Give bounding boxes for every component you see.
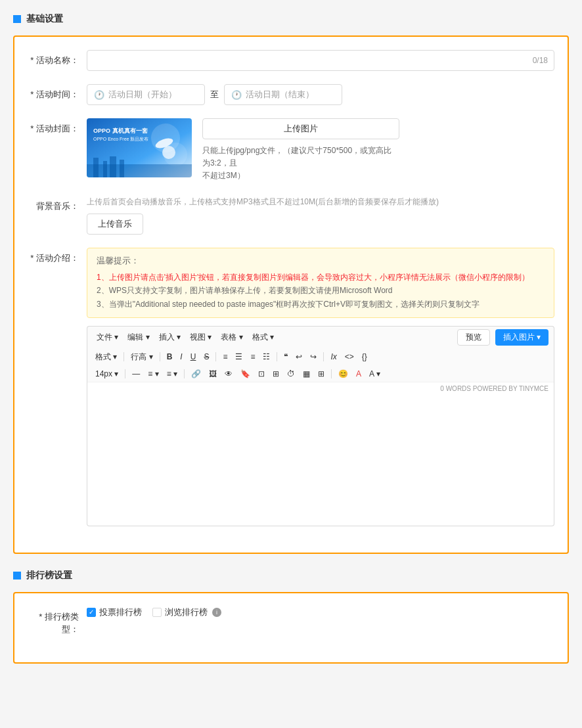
activity-intro-row: * 活动介绍： 温馨提示： 1、上传图片请点击'插入图片'按钮，若直接复制图片到… — [28, 248, 554, 526]
ranking-browse-info-icon: i — [212, 608, 221, 617]
tb-code-block[interactable]: {} — [359, 351, 370, 363]
activity-time-row: * 活动时间： 🕐 活动日期（开始） 至 🕐 活动日期（结束） — [28, 84, 554, 105]
tb-align-center[interactable]: ☰ — [233, 351, 245, 363]
activity-name-content: 0/18 — [87, 50, 554, 71]
tb-code[interactable]: <> — [342, 351, 357, 363]
editor-toolbar-2: 格式 ▾ 行高 ▾ B I U S ≡ ☰ ≡ ☷ ❝ ↩ ↪ — [87, 348, 554, 366]
activity-cover-label: * 活动封面： — [28, 118, 87, 135]
tb-ul[interactable]: ≡ ▾ — [145, 368, 161, 380]
activity-cover-row: * 活动封面： — [28, 118, 554, 183]
music-hint: 上传后首页会自动播放音乐，上传格式支持MP3格式且不超过10M(后台新增的音频要… — [87, 196, 554, 208]
ranking-vote-label: 投票排行榜 — [99, 606, 142, 618]
editor-toolbar-3: 14px ▾ — ≡ ▾ ≡ ▾ 🔗 🖼 👁 🔖 ⊡ ⊞ ⏱ ▦ ⊞ — [87, 366, 554, 382]
tb-align-justify[interactable]: ☷ — [260, 351, 273, 363]
date-row: 🕐 活动日期（开始） 至 🕐 活动日期（结束） — [87, 84, 554, 105]
basic-settings-header: 基础设置 — [13, 13, 569, 25]
activity-cover-content: OPPO 真机真有一套 OPPO Enco Free 新品发布 — [87, 118, 554, 183]
tb-sep-2 — [160, 352, 160, 361]
tb-sep-4 — [277, 352, 277, 361]
tb-sep-6 — [125, 369, 125, 378]
ranking-vote-checkbox[interactable]: ✓ — [87, 608, 96, 617]
svg-rect-6 — [93, 158, 99, 177]
activity-name-input-wrap: 0/18 — [87, 50, 554, 71]
tb-format[interactable]: 格式 ▾ — [93, 350, 120, 364]
tb-clock[interactable]: ⏱ — [284, 368, 298, 380]
tb-grid[interactable]: ⊞ — [315, 368, 327, 380]
date-start-input[interactable]: 🕐 活动日期（开始） — [87, 84, 205, 105]
tb-lineheight[interactable]: 行高 ▾ — [128, 350, 155, 364]
menu-view[interactable]: 视图 ▾ — [186, 330, 215, 345]
svg-rect-8 — [110, 156, 116, 177]
activity-name-row: * 活动名称： 0/18 — [28, 50, 554, 71]
tb-font-color[interactable]: A — [353, 368, 364, 380]
menu-insert[interactable]: 插入 ▾ — [155, 330, 185, 345]
tb-sep-8 — [331, 369, 332, 378]
warm-tip-1: 1、上传图片请点击'插入图片'按钮，若直接复制图片到编辑器，会导致内容过大，小程… — [97, 271, 545, 284]
tb-table-cell[interactable]: ⊡ — [256, 368, 267, 380]
editor-insert-image-button[interactable]: 插入图片 ▾ — [495, 329, 548, 346]
background-music-row: 背景音乐： 上传后首页会自动播放音乐，上传格式支持MP3格式且不超过10M(后台… — [28, 196, 554, 235]
tb-strikethrough[interactable]: S — [201, 351, 212, 363]
activity-name-label: * 活动名称： — [28, 50, 87, 67]
calendar-end-icon: 🕐 — [231, 90, 242, 100]
tb-align-left[interactable]: ≡ — [220, 351, 230, 363]
warm-tips-box: 温馨提示： 1、上传图片请点击'插入图片'按钮，若直接复制图片到编辑器，会导致内… — [87, 248, 554, 318]
checkmark-vote: ✓ — [89, 609, 94, 616]
menu-file[interactable]: 文件 ▾ — [93, 330, 122, 345]
editor-body[interactable]: 0 WORDS POWERED BY TINYMCE — [87, 382, 554, 526]
tb-ol[interactable]: ≡ ▾ — [164, 368, 180, 380]
activity-intro-label: * 活动介绍： — [28, 248, 87, 265]
date-start-placeholder: 活动日期（开始） — [108, 89, 177, 101]
tb-image[interactable]: 🖼 — [206, 368, 219, 380]
cover-area: OPPO 真机真有一套 OPPO Enco Free 新品发布 — [87, 118, 554, 183]
svg-rect-5 — [87, 164, 192, 177]
activity-time-content: 🕐 活动日期（开始） 至 🕐 活动日期（结束） — [87, 84, 554, 105]
warm-tips-list: 1、上传图片请点击'插入图片'按钮，若直接复制图片到编辑器，会导致内容过大，小程… — [97, 271, 545, 311]
cover-hint-line2: 不超过3M） — [202, 171, 245, 180]
tb-sep-1 — [123, 352, 124, 361]
tb-bold[interactable]: B — [164, 351, 175, 363]
tb-highlight[interactable]: A ▾ — [367, 368, 383, 380]
menu-table[interactable]: 表格 ▾ — [217, 330, 246, 345]
ranking-browse-checkbox[interactable] — [152, 608, 162, 617]
menu-format[interactable]: 格式 ▾ — [248, 330, 278, 345]
ranking-browse-item[interactable]: 浏览排行榜 i — [152, 606, 221, 618]
activity-name-input[interactable] — [87, 50, 554, 71]
cover-right: 上传图片 只能上传jpg/png文件，（建议尺寸750*500，或宽高比为3:2… — [202, 118, 399, 183]
warm-tip-2: 2、WPS只支持文字复制，图片请单独保存上传，若要复制图文请使用Microsof… — [97, 284, 545, 297]
tb-align-right[interactable]: ≡ — [248, 351, 257, 363]
ranking-vote-item[interactable]: ✓ 投票排行榜 — [87, 606, 142, 618]
tb-sep-7 — [184, 369, 185, 378]
menu-edit[interactable]: 编辑 ▾ — [123, 330, 153, 345]
tb-redo[interactable]: ↪ — [307, 351, 319, 363]
tb-clear-format[interactable]: Ix — [328, 351, 339, 363]
tb-quote[interactable]: ❝ — [281, 351, 290, 363]
ranking-type-row: * 排行榜类型： ✓ 投票排行榜 浏览排行榜 i — [28, 606, 554, 636]
tb-emoji[interactable]: 😊 — [336, 368, 351, 380]
tb-preview[interactable]: 👁 — [222, 368, 235, 380]
warm-tips-title: 温馨提示： — [97, 255, 545, 267]
upload-music-button[interactable]: 上传音乐 — [87, 214, 143, 235]
ranking-settings-box: * 排行榜类型： ✓ 投票排行榜 浏览排行榜 i — [13, 592, 569, 664]
tb-link[interactable]: 🔗 — [189, 368, 204, 380]
tb-fullscreen[interactable]: ⊞ — [270, 368, 282, 380]
background-music-label: 背景音乐： — [28, 196, 87, 213]
section-icon-basic — [13, 15, 21, 23]
tb-fontsize[interactable]: 14px ▾ — [93, 368, 121, 380]
tb-hr[interactable]: — — [129, 368, 143, 380]
upload-image-button[interactable]: 上传图片 — [202, 118, 399, 139]
ranking-type-content: ✓ 投票排行榜 浏览排行榜 i — [87, 606, 554, 618]
cover-hint-line1: 只能上传jpg/png文件，（建议尺寸750*500，或宽高比为3:2，且 — [202, 146, 392, 168]
section-icon-ranking — [13, 572, 21, 580]
cover-hint: 只能上传jpg/png文件，（建议尺寸750*500，或宽高比为3:2，且 不超… — [202, 145, 399, 183]
ranking-type-label: * 排行榜类型： — [28, 606, 87, 636]
date-end-input[interactable]: 🕐 活动日期（结束） — [224, 84, 342, 105]
tb-italic[interactable]: I — [177, 351, 185, 363]
date-end-placeholder: 活动日期（结束） — [246, 89, 314, 101]
tb-table-grid[interactable]: ▦ — [300, 368, 313, 380]
tb-undo[interactable]: ↩ — [293, 351, 305, 363]
editor-preview-button[interactable]: 预览 — [457, 329, 490, 346]
editor-toolbar-top: 文件 ▾ 编辑 ▾ 插入 ▾ 视图 ▾ 表格 ▾ 格式 ▾ 预览 插入图片 ▾ — [87, 326, 554, 348]
tb-anchor[interactable]: 🔖 — [238, 368, 253, 380]
tb-underline[interactable]: U — [188, 351, 199, 363]
